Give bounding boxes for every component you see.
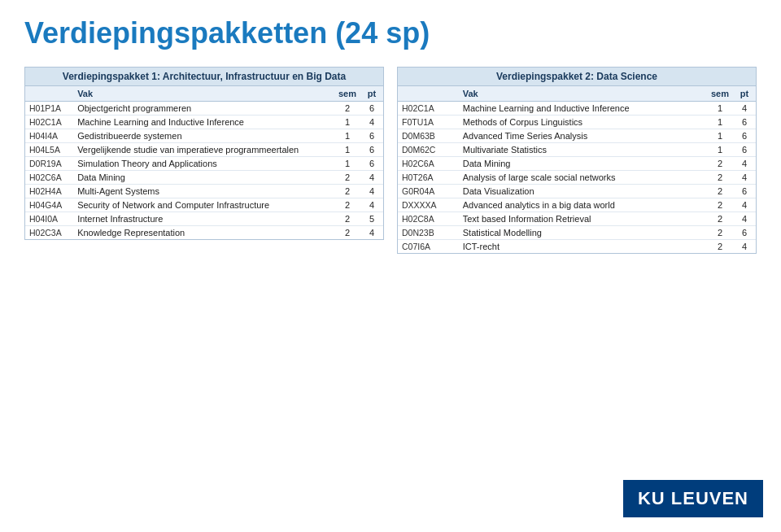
table-row: H02C1A Machine Learning and Inductive In… — [398, 102, 756, 116]
row-pt: 6 — [360, 102, 383, 116]
table1-col-sem: sem — [334, 86, 360, 102]
table-row: H02C6A Data Mining 2 4 — [398, 157, 756, 171]
row-sem: 2 — [334, 102, 360, 116]
row-sem: 2 — [707, 212, 733, 226]
page-title: Verdiepingspakketten (24 sp) — [24, 16, 757, 50]
row-pt: 6 — [733, 143, 756, 157]
row-pt: 4 — [360, 198, 383, 212]
row-pt: 6 — [733, 185, 756, 198]
row-code: DXXXXA — [398, 198, 459, 212]
row-code: H02C8A — [398, 212, 459, 226]
row-vak: Advanced analytics in a big data world — [459, 198, 707, 212]
row-sem: 1 — [707, 116, 733, 129]
row-sem: 2 — [334, 198, 360, 212]
row-code: D0M62C — [398, 143, 459, 157]
table1-col-code — [25, 86, 73, 102]
row-vak: Multi-Agent Systems — [73, 185, 334, 198]
row-vak: Gedistribueerde systemen — [73, 129, 334, 143]
row-pt: 4 — [733, 198, 756, 212]
row-sem: 1 — [334, 157, 360, 171]
row-vak: Analysis of large scale social networks — [459, 171, 707, 185]
table-row: H02C1A Machine Learning and Inductive In… — [25, 116, 383, 129]
row-pt: 4 — [360, 116, 383, 129]
table-row: D0M62C Multivariate Statistics 1 6 — [398, 143, 756, 157]
row-sem: 1 — [707, 143, 733, 157]
row-vak: Internet Infrastructure — [73, 212, 334, 226]
row-vak: Advanced Time Series Analysis — [459, 129, 707, 143]
table-row: H04G4A Security of Network and Computer … — [25, 198, 383, 212]
row-sem: 2 — [334, 185, 360, 198]
table2-col-vak: Vak — [459, 86, 707, 102]
row-sem: 2 — [334, 212, 360, 226]
row-sem: 2 — [707, 240, 733, 254]
table1: Vak sem pt H01P1A Objectgericht programm… — [25, 86, 383, 239]
row-vak: Machine Learning and Inductive Inference — [459, 102, 707, 116]
tables-container: Verdiepingspakket 1: Architectuur, Infra… — [24, 67, 757, 254]
table-row: DXXXXA Advanced analytics in a big data … — [398, 198, 756, 212]
row-code: C07I6A — [398, 240, 459, 254]
table-row: H02C6A Data Mining 2 4 — [25, 171, 383, 185]
row-sem: 2 — [707, 171, 733, 185]
row-code: H0T26A — [398, 171, 459, 185]
table-row: H0T26A Analysis of large scale social ne… — [398, 171, 756, 185]
table2-col-pt: pt — [733, 86, 756, 102]
table-row: C07I6A ICT-recht 2 4 — [398, 240, 756, 254]
row-code: H02H4A — [25, 185, 73, 198]
row-pt: 4 — [733, 157, 756, 171]
row-vak: Knowledge Representation — [73, 226, 334, 240]
row-code: H02C3A — [25, 226, 73, 240]
row-pt: 6 — [360, 157, 383, 171]
row-sem: 2 — [334, 171, 360, 185]
table-row: H02C3A Knowledge Representation 2 4 — [25, 226, 383, 240]
row-code: H02C6A — [398, 157, 459, 171]
row-pt: 4 — [360, 171, 383, 185]
table2-wrapper: Verdiepingspakket 2: Data Science Vak se… — [397, 67, 757, 254]
row-vak: Vergelijkende studie van imperatieve pro… — [73, 143, 334, 157]
row-vak: Methods of Corpus Linguistics — [459, 116, 707, 129]
row-pt: 6 — [360, 143, 383, 157]
row-code: H02C1A — [25, 116, 73, 129]
row-pt: 6 — [360, 129, 383, 143]
row-sem: 2 — [707, 198, 733, 212]
row-code: H02C1A — [398, 102, 459, 116]
row-code: H04I0A — [25, 212, 73, 226]
row-vak: Data Mining — [459, 157, 707, 171]
row-pt: 4 — [733, 212, 756, 226]
table1-title: Verdiepingspakket 1: Architectuur, Infra… — [25, 68, 383, 86]
row-vak: Statistical Modelling — [459, 226, 707, 240]
table-row: D0R19A Simulation Theory and Application… — [25, 157, 383, 171]
row-vak: Data Visualization — [459, 185, 707, 198]
ku-leuven-logo: KU LEUVEN — [623, 480, 763, 517]
row-vak: Data Mining — [73, 171, 334, 185]
row-sem: 2 — [707, 226, 733, 240]
row-pt: 6 — [733, 226, 756, 240]
row-code: F0TU1A — [398, 116, 459, 129]
row-code: D0N23B — [398, 226, 459, 240]
table-row: D0M63B Advanced Time Series Analysis 1 6 — [398, 129, 756, 143]
table2: Vak sem pt H02C1A Machine Learning and I… — [398, 86, 756, 253]
row-code: H04G4A — [25, 198, 73, 212]
row-sem: 1 — [334, 129, 360, 143]
row-code: H01P1A — [25, 102, 73, 116]
row-sem: 1 — [334, 143, 360, 157]
table-row: H02C8A Text based Information Retrieval … — [398, 212, 756, 226]
table-row: D0N23B Statistical Modelling 2 6 — [398, 226, 756, 240]
row-pt: 6 — [733, 129, 756, 143]
table1-col-pt: pt — [360, 86, 383, 102]
row-vak: Simulation Theory and Applications — [73, 157, 334, 171]
row-code: H02C6A — [25, 171, 73, 185]
row-vak: Text based Information Retrieval — [459, 212, 707, 226]
row-sem: 2 — [707, 157, 733, 171]
row-pt: 4 — [360, 226, 383, 240]
row-pt: 5 — [360, 212, 383, 226]
table2-col-sem: sem — [707, 86, 733, 102]
row-pt: 4 — [360, 185, 383, 198]
table-row: F0TU1A Methods of Corpus Linguistics 1 6 — [398, 116, 756, 129]
row-vak: Security of Network and Computer Infrast… — [73, 198, 334, 212]
table2-col-code — [398, 86, 459, 102]
row-code: H04L5A — [25, 143, 73, 157]
page: Verdiepingspakketten (24 sp) Verdiepings… — [0, 0, 781, 270]
table-row: H02H4A Multi-Agent Systems 2 4 — [25, 185, 383, 198]
row-sem: 1 — [707, 129, 733, 143]
table-row: H04L5A Vergelijkende studie van imperati… — [25, 143, 383, 157]
